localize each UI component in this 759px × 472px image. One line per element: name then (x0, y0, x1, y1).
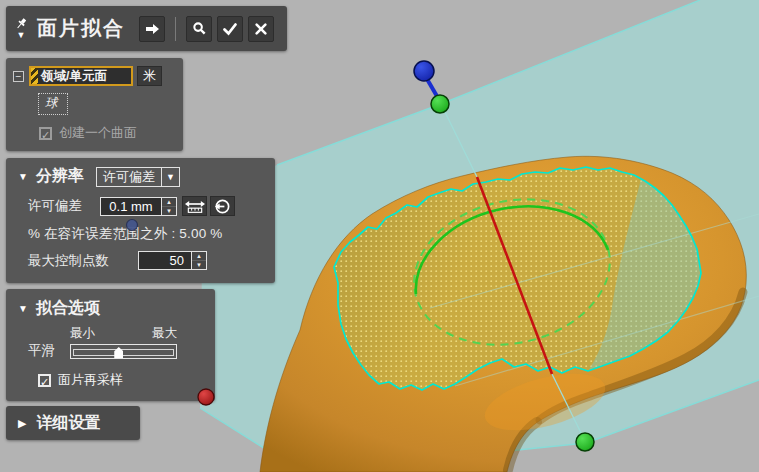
expand-section-icon: ▶ (18, 419, 26, 427)
arrow-right-icon (144, 21, 160, 37)
create-surface-checkbox: ✓ (39, 127, 52, 140)
region-field-label: 领域/单元面 (38, 68, 107, 85)
collapse-section-icon[interactable]: ▼ (18, 173, 28, 181)
control-point-blue[interactable] (414, 61, 434, 81)
slider-groove (73, 349, 174, 356)
magnifier-icon (192, 21, 207, 36)
check-icon (222, 21, 238, 37)
active-field-hatch (31, 68, 38, 84)
stepper-up-icon[interactable]: ▲ (162, 198, 176, 207)
slider-max-label: 最大 (152, 325, 177, 342)
multi-select-button[interactable]: 米 (137, 66, 162, 86)
mesh-fit-header-panel: ▼ 面片拟合 (6, 6, 287, 51)
chevron-down-icon[interactable]: ▼ (161, 168, 179, 186)
stepper-down-icon[interactable]: ▼ (162, 207, 176, 215)
out-of-tolerance-text: % 在容许误差范围之外 : 5.00 % (28, 225, 275, 243)
resample-checkbox[interactable]: ✓ (38, 374, 51, 387)
dropdown-value: 许可偏差 (97, 168, 161, 186)
resample-label: 面片再采样 (58, 371, 123, 389)
collapse-panel-icon[interactable]: ▼ (17, 31, 26, 39)
smooth-label: 平滑 (28, 342, 70, 360)
next-stage-button[interactable] (139, 16, 165, 42)
ruler-icon (185, 199, 205, 214)
cancel-button[interactable] (248, 16, 274, 42)
collapse-section-icon[interactable]: ▼ (18, 305, 28, 313)
resolution-title: 分辨率 (36, 166, 84, 187)
smooth-slider-track[interactable] (70, 344, 177, 359)
max-control-points-input[interactable]: 50 (138, 251, 192, 270)
resolution-group-panel: ▼ 分辨率 许可偏差 ▼ 许可偏差 0.1 mm ▲ ▼ (6, 158, 275, 283)
fit-options-group-panel: ▼ 拟合选项 平滑 最小 最大 ✓ 面片再采样 (6, 289, 215, 401)
max-control-points-stepper[interactable]: ▲ ▼ (192, 251, 207, 270)
pin-icon[interactable] (14, 17, 28, 31)
detail-settings-button[interactable]: ▶ 详细设置 (6, 406, 140, 440)
rotate-estimate-icon (214, 198, 231, 215)
resolution-mode-dropdown[interactable]: 许可偏差 ▼ (96, 167, 180, 187)
selected-entity-chip[interactable]: 球 (38, 93, 68, 115)
estimate-button[interactable] (210, 196, 235, 216)
detail-settings-label: 详细设置 (36, 413, 100, 434)
stepper-down-icon[interactable]: ▼ (192, 261, 206, 269)
stepper-up-icon[interactable]: ▲ (192, 252, 206, 261)
toolbar-separator (175, 17, 176, 41)
deviation-input[interactable]: 0.1 mm (100, 197, 162, 216)
close-icon (254, 22, 268, 36)
region-group-panel: − 领域/单元面 米 球 ✓ 创建一个曲面 (6, 58, 183, 151)
measure-distance-button[interactable] (182, 196, 207, 216)
fit-options-title: 拟合选项 (36, 298, 100, 319)
ok-button[interactable] (217, 16, 243, 42)
max-control-points-label: 最大控制点数 (28, 252, 138, 270)
create-surface-label: 创建一个曲面 (59, 124, 137, 142)
collapse-tree-button[interactable]: − (13, 71, 24, 82)
slider-min-label: 最小 (70, 325, 95, 342)
control-point-green-bottom[interactable] (576, 433, 594, 451)
page-title: 面片拟合 (37, 15, 125, 42)
region-input-field[interactable]: 领域/单元面 (29, 66, 133, 86)
deviation-label: 许可偏差 (28, 197, 100, 215)
preview-button[interactable] (186, 16, 212, 42)
deviation-stepper[interactable]: ▲ ▼ (162, 197, 177, 216)
control-point-green-top[interactable] (431, 95, 449, 113)
